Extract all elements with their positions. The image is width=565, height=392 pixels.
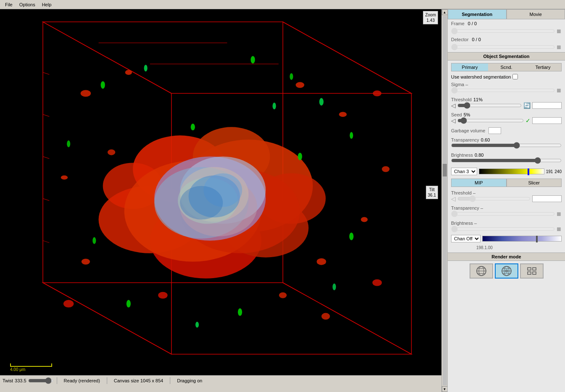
scale-bar: 4.00 μm — [10, 363, 52, 372]
svg-line-9 — [43, 199, 49, 201]
threshold-mip-value[interactable]: 18.6331 — [532, 195, 562, 202]
divider-2 — [107, 377, 107, 384]
svg-point-31 — [81, 90, 91, 97]
twist-slider[interactable] — [28, 378, 53, 384]
zoom-label: Zoom — [425, 12, 436, 18]
brightness-section: Brightness 0.80 — [448, 151, 565, 166]
threshold-green-icon: 🔄 — [523, 102, 531, 109]
seed-thumb-icon: ◁ — [451, 117, 456, 124]
svg-line-10 — [43, 241, 49, 243]
threshold-mip-slider[interactable] — [457, 196, 531, 202]
svg-marker-3 — [43, 283, 412, 354]
frame-slider[interactable] — [451, 28, 555, 34]
sigma-slider[interactable] — [451, 87, 555, 93]
detector-value: 0 / 0 — [472, 37, 481, 42]
render-list-icon — [526, 265, 538, 277]
threshold-label: Threshold — [451, 97, 472, 102]
seed-slider[interactable] — [457, 118, 524, 124]
render-active-icon — [501, 265, 512, 277]
threshold-section: Threshold 11% ◁ 🔄 2744.1488 — [448, 95, 565, 110]
transparency-slider[interactable] — [451, 142, 562, 148]
svg-point-38 — [61, 175, 68, 179]
menu-file[interactable]: File — [2, 1, 16, 8]
globe-icon — [475, 265, 487, 277]
svg-point-35 — [317, 258, 326, 265]
detector-end-icon: ⏹ — [556, 44, 562, 50]
threshold-percent: 11% — [473, 97, 483, 102]
tab-primary[interactable]: Primary — [451, 63, 488, 71]
render-mode-buttons — [451, 263, 562, 279]
scene-background — [0, 9, 441, 375]
brightness-mip-section: Brightness – ⏹ — [448, 219, 565, 234]
svg-point-30 — [180, 186, 223, 219]
chan3-min: 191 — [546, 169, 553, 174]
sigma-end-icon: ⏹ — [556, 87, 562, 94]
svg-point-37 — [82, 259, 90, 265]
tab-secondary[interactable]: Scnd. — [488, 63, 525, 71]
frame-row: Frame 0 / 0 — [451, 21, 562, 26]
threshold-value-input[interactable]: 2744.1488 — [532, 102, 562, 109]
transparency-mip-label: Transparency – — [451, 205, 483, 210]
svg-point-34 — [339, 112, 346, 117]
scroll-track[interactable] — [443, 16, 447, 385]
threshold-slider[interactable] — [457, 103, 522, 108]
detector-section: Detector 0 / 0 ⏹ — [448, 35, 565, 51]
tab-mip[interactable]: MIP — [451, 179, 507, 187]
brightness-mip-end: ⏹ — [556, 226, 562, 232]
transparency-mip-section: Transparency – ⏹ — [448, 204, 565, 219]
render-btn-list[interactable] — [520, 263, 544, 279]
svg-point-40 — [144, 65, 148, 71]
svg-rect-75 — [533, 268, 536, 270]
tab-slicer[interactable]: Slicer — [507, 179, 562, 187]
svg-rect-76 — [528, 272, 531, 274]
threshold-mip-label: Threshold – — [451, 190, 475, 195]
menu-options[interactable]: Options — [16, 1, 39, 8]
3d-viewport[interactable]: Zoom 1.43 Tilt 36.1 4.00 μm — [0, 9, 441, 375]
svg-point-46 — [333, 284, 336, 290]
brightness-mip-slider[interactable] — [451, 226, 555, 232]
seg-tabs: Primary Scnd. Tertiary — [451, 63, 562, 71]
render-btn-gear[interactable] — [495, 263, 518, 279]
seed-section: Seed 5% ◁ ✓ 3818.1514 — [448, 110, 565, 126]
status-ready: Ready (rendered) — [61, 378, 103, 383]
tilt-label: Tilt — [428, 187, 436, 192]
tab-movie[interactable]: Movie — [507, 9, 565, 19]
svg-marker-0 — [43, 22, 412, 93]
svg-point-43 — [319, 98, 323, 105]
chan3-dropdown[interactable]: Chan 3 — [451, 168, 477, 175]
scroll-down-btn[interactable]: ▼ — [442, 386, 448, 392]
detector-slider[interactable] — [451, 44, 555, 50]
chan3-thumb[interactable] — [528, 168, 529, 175]
svg-point-39 — [101, 81, 105, 89]
chan-off-section: Chan Off — [448, 234, 565, 243]
twist-value: 333.5 — [15, 378, 26, 383]
svg-point-47 — [238, 308, 242, 316]
svg-point-73 — [505, 269, 508, 273]
garbage-value-input[interactable]: 1 — [488, 127, 501, 134]
svg-point-55 — [63, 300, 74, 308]
svg-line-8 — [43, 156, 49, 158]
tilt-indicator: Tilt 36.1 — [426, 186, 438, 199]
viewport-scrollbar[interactable]: ▲ ▼ — [441, 9, 447, 392]
brightness-slider[interactable] — [451, 158, 562, 163]
svg-point-41 — [251, 56, 255, 63]
grid-overlay — [0, 9, 441, 375]
menu-help[interactable]: Help — [39, 1, 55, 8]
render-btn-globe[interactable] — [470, 263, 493, 279]
threshold-mip-thumb: ◁ — [451, 195, 456, 202]
scroll-up-btn[interactable]: ▲ — [442, 9, 448, 15]
tab-segmentation[interactable]: Segmentation — [448, 9, 507, 19]
transparency-mip-slider[interactable] — [451, 211, 555, 217]
chan-off-thumb[interactable] — [536, 236, 538, 242]
seed-value-input[interactable]: 3818.1514 — [532, 117, 562, 124]
render-mode-section — [448, 262, 565, 282]
transparency-section: Transparency 0.60 — [448, 136, 565, 151]
tab-tertiary[interactable]: Tertiary — [525, 63, 561, 71]
frame-value: 0 / 0 — [468, 21, 477, 26]
chan-off-dropdown[interactable]: Chan Off — [451, 235, 481, 242]
watershed-checkbox[interactable] — [512, 74, 518, 79]
svg-point-59 — [373, 90, 381, 96]
main-layout: Zoom 1.43 Tilt 36.1 4.00 μm Twist 333.5 — [0, 9, 565, 392]
render-mode-header: Render mode — [448, 253, 565, 261]
scroll-thumb[interactable] — [443, 164, 447, 176]
